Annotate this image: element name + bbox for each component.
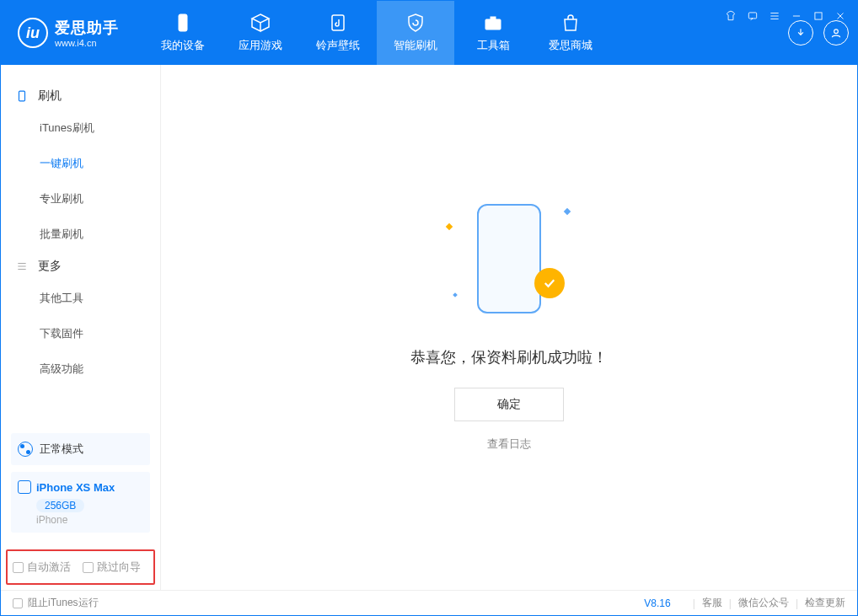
ok-button[interactable]: 确定 xyxy=(454,388,564,421)
version-label: V8.16 xyxy=(644,597,670,609)
list-icon xyxy=(16,260,29,273)
phone-illustration-icon xyxy=(477,204,541,313)
sidebar-item-download-firmware[interactable]: 下载固件 xyxy=(1,316,160,351)
svg-rect-1 xyxy=(332,15,344,30)
brand-subtitle: www.i4.cn xyxy=(55,38,119,48)
checkbox-auto-activate[interactable]: 自动激活 xyxy=(13,560,71,575)
nav-smart-flash[interactable]: 智能刷机 xyxy=(377,1,454,65)
sparkle-icon xyxy=(453,292,458,297)
svg-rect-7 xyxy=(19,91,25,101)
device-name: iPhone XS Max xyxy=(36,481,115,494)
header-right xyxy=(788,20,849,46)
device-capacity: 256GB xyxy=(36,499,84,512)
footer-wechat-link[interactable]: 微信公众号 xyxy=(738,596,789,610)
brand: iu 爱思助手 www.i4.cn xyxy=(18,18,119,48)
shopping-bag-icon xyxy=(560,13,581,33)
nav-toolbox[interactable]: 工具箱 xyxy=(454,1,532,65)
nav-label: 铃声壁纸 xyxy=(316,38,360,53)
success-graphic xyxy=(458,204,560,322)
svg-rect-6 xyxy=(815,13,822,19)
nav-label: 智能刷机 xyxy=(394,38,437,53)
nav-apps-games[interactable]: 应用游戏 xyxy=(222,1,299,65)
section-flash-label: 刷机 xyxy=(38,88,62,104)
header: iu 爱思助手 www.i4.cn 我的设备 应用游戏 铃声壁纸 智能刷机 工具… xyxy=(1,1,857,65)
briefcase-icon xyxy=(483,13,503,33)
user-button[interactable] xyxy=(823,20,849,46)
svg-rect-3 xyxy=(491,17,496,19)
block-itunes-label: 阻止iTunes运行 xyxy=(28,596,99,610)
feedback-icon[interactable] xyxy=(746,9,759,23)
main-content: 恭喜您，保资料刷机成功啦！ 确定 查看日志 xyxy=(161,65,857,590)
mode-icon xyxy=(18,442,33,457)
svg-rect-2 xyxy=(485,19,501,29)
nav-label: 工具箱 xyxy=(477,38,510,53)
device-small-icon xyxy=(18,480,31,494)
close-button[interactable] xyxy=(834,9,847,23)
brand-title: 爱思助手 xyxy=(55,18,119,38)
nav-label: 应用游戏 xyxy=(239,38,282,53)
cube-icon xyxy=(250,13,271,33)
top-nav: 我的设备 应用游戏 铃声壁纸 智能刷机 工具箱 爱思商城 xyxy=(144,1,609,65)
sidebar-item-itunes-flash[interactable]: iTunes刷机 xyxy=(1,110,160,146)
checkbox-icon xyxy=(13,598,23,608)
checkbox-icon xyxy=(13,562,24,573)
device-box[interactable]: iPhone XS Max 256GB iPhone xyxy=(11,472,150,533)
music-note-icon xyxy=(328,13,348,33)
device-mode-box[interactable]: 正常模式 xyxy=(11,433,150,465)
sidebar-item-batch-flash[interactable]: 批量刷机 xyxy=(1,217,160,252)
sidebar-item-pro-flash[interactable]: 专业刷机 xyxy=(1,181,160,217)
sparkle-icon xyxy=(446,222,453,229)
skin-icon[interactable] xyxy=(724,9,737,23)
nav-my-device[interactable]: 我的设备 xyxy=(144,1,222,65)
options-highlight-box: 自动激活 跳过向导 xyxy=(6,549,155,585)
sidebar-item-oneclick-flash[interactable]: 一键刷机 xyxy=(1,146,160,181)
sidebar-section-flash[interactable]: 刷机 xyxy=(1,82,160,110)
checkbox-icon xyxy=(83,562,94,573)
svg-rect-5 xyxy=(748,13,756,19)
footer-check-update-link[interactable]: 检查更新 xyxy=(805,596,845,610)
section-more-label: 更多 xyxy=(38,259,62,274)
nav-ringtone-wallpaper[interactable]: 铃声壁纸 xyxy=(299,1,377,65)
sidebar-item-other-tools[interactable]: 其他工具 xyxy=(1,281,160,316)
svg-rect-0 xyxy=(179,14,187,31)
phone-icon xyxy=(173,13,193,33)
device-area: 正常模式 iPhone XS Max 256GB iPhone xyxy=(1,433,160,543)
view-log-link[interactable]: 查看日志 xyxy=(487,437,531,452)
brand-logo-icon: iu xyxy=(18,18,48,48)
nav-label: 我的设备 xyxy=(161,38,205,53)
maximize-button[interactable] xyxy=(812,9,825,23)
nav-label: 爱思商城 xyxy=(549,38,593,53)
check-badge-icon xyxy=(534,268,565,298)
minimize-button[interactable] xyxy=(790,9,803,23)
sidebar-item-advanced[interactable]: 高级功能 xyxy=(1,351,160,387)
device-type: iPhone xyxy=(36,514,143,526)
download-button[interactable] xyxy=(788,20,813,46)
success-message: 恭喜您，保资料刷机成功啦！ xyxy=(410,347,608,367)
checkbox-block-itunes[interactable]: 阻止iTunes运行 xyxy=(13,596,99,610)
footer-service-link[interactable]: 客服 xyxy=(702,596,722,610)
svg-point-4 xyxy=(834,29,839,34)
body: 刷机 iTunes刷机 一键刷机 专业刷机 批量刷机 更多 其他工具 下载固件 … xyxy=(1,65,857,590)
refresh-shield-icon xyxy=(405,13,426,33)
window-controls xyxy=(724,9,847,23)
menu-icon[interactable] xyxy=(768,9,781,23)
device-icon xyxy=(16,89,29,103)
nav-store[interactable]: 爱思商城 xyxy=(532,1,609,65)
footer: 阻止iTunes运行 V8.16 | 客服 | 微信公众号 | 检查更新 xyxy=(1,590,857,615)
device-mode-label: 正常模式 xyxy=(40,442,83,457)
sparkle-icon xyxy=(564,207,571,214)
sidebar: 刷机 iTunes刷机 一键刷机 专业刷机 批量刷机 更多 其他工具 下载固件 … xyxy=(1,65,161,590)
checkbox-skip-guide[interactable]: 跳过向导 xyxy=(83,560,141,575)
sidebar-section-more[interactable]: 更多 xyxy=(1,252,160,281)
